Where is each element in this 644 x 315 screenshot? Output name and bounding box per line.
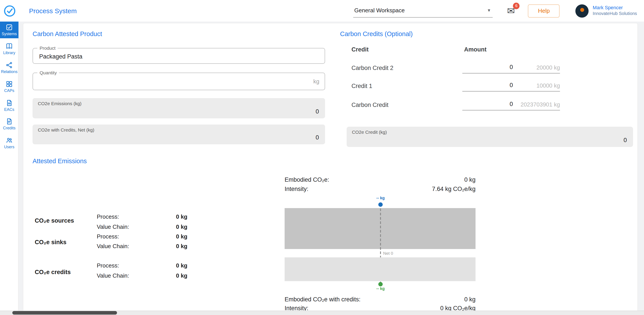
embodied-stat-row: Embodied CO₂e: 0 kg <box>284 176 476 184</box>
co2e-credit-total-value: 0 <box>624 137 627 144</box>
sidebar-item-relations[interactable]: Relations <box>0 60 18 76</box>
embodied-label: Embodied CO₂e: <box>284 176 329 184</box>
credits-col-amount: Amount <box>464 46 486 53</box>
group-row-label: Value Chain: <box>97 223 129 231</box>
co2e-emissions-field: CO2e Emissions (kg) 0 <box>32 98 325 118</box>
caps-icon <box>6 80 13 87</box>
chart-bottom-marker-label: -- kg <box>358 286 402 291</box>
quantity-field-label: Quantity <box>38 70 59 75</box>
help-button[interactable]: Help <box>528 4 560 18</box>
co2e-emissions-value: 0 <box>316 108 319 115</box>
sidebar-item-credits[interactable]: Credits <box>0 116 18 133</box>
relations-icon <box>6 62 13 69</box>
group-row-label: Process: <box>97 213 119 221</box>
credit-max-hint: 20000 kg <box>518 64 560 71</box>
chevron-down-icon: ▾ <box>488 7 490 13</box>
credit-max-hint: 2023703901 kg <box>518 101 560 108</box>
group-name-sinks: CO₂e sinks <box>35 238 66 246</box>
main-area: Carbon Attested Product Product Quantity… <box>18 22 644 315</box>
group-row-value: 0 kg <box>176 262 188 270</box>
co2e-net-value: 0 <box>316 134 319 141</box>
co2e-credit-total-label: CO2e Credit (kg) <box>352 129 387 134</box>
group-row-label: Value Chain: <box>97 272 129 280</box>
mail-badge: 6 <box>513 2 520 9</box>
group-row-label: Process: <box>97 233 119 241</box>
section-title-product: Carbon Attested Product <box>32 30 102 38</box>
group-row: Value Chain: 0 kg <box>97 242 188 250</box>
group-row: Value Chain: 0 kg <box>97 223 188 231</box>
avatar-logo-icon <box>580 8 584 12</box>
users-icon <box>6 137 13 144</box>
chart-top-marker-label: -- kg <box>358 196 402 200</box>
co2e-emissions-label: CO2e Emissions (kg) <box>38 101 82 106</box>
section-title-attested: Attested Emissions <box>32 158 87 164</box>
group-row-label: Process: <box>97 262 119 270</box>
sidebar-item-library[interactable]: Library <box>0 40 18 57</box>
credit-amount-input[interactable] <box>462 100 514 108</box>
systems-icon <box>6 24 13 31</box>
workspace-select-value: General Workspace <box>354 7 405 14</box>
group-row: Process: 0 kg <box>97 213 188 221</box>
section-title-credits: Carbon Credits (Optional) <box>340 30 412 38</box>
quantity-field: Quantity kg <box>32 72 325 90</box>
quantity-input[interactable] <box>33 73 325 90</box>
header: Process System General Workspace ▾ ✉ 6 H… <box>0 0 644 22</box>
group-row-label: Value Chain: <box>97 242 129 250</box>
group-row: Value Chain: 0 kg <box>97 272 188 280</box>
embodied-credits-label: Embodied CO₂e with credits: <box>284 296 360 304</box>
sidebar-item-label: Users <box>4 146 14 150</box>
user-org: InnovateHub Solutions <box>593 11 637 16</box>
sidebar-item-label: Library <box>3 51 15 56</box>
net-zero-label: Net 0 <box>383 251 393 256</box>
user-name[interactable]: Mark Spencer <box>593 5 637 11</box>
co2e-net-label: CO2e with Credits, Net (kg) <box>38 127 94 132</box>
app-root: Process System General Workspace ▾ ✉ 6 H… <box>0 0 644 315</box>
sidebar-item-systems[interactable]: Systems <box>0 22 18 38</box>
group-name-credits: CO₂e credits <box>35 268 71 276</box>
group-row: Process: 0 kg <box>97 262 188 270</box>
sidebar-item-label: CAPs <box>4 89 14 93</box>
group-name-sources: CO₂e sources <box>35 217 74 225</box>
credit-amount-field: 2023703901 kg <box>462 97 560 110</box>
credit-amount-field: 10000 kg <box>462 78 560 92</box>
co2e-credit-total-field: CO2e Credit (kg) 0 <box>347 127 633 147</box>
product-input[interactable] <box>33 48 325 63</box>
workspace-select[interactable]: General Workspace ▾ <box>354 4 493 18</box>
embodied-credits-stat-row: Embodied CO₂e with credits: 0 kg <box>284 296 476 304</box>
library-icon <box>6 43 13 50</box>
intensity-value: 7.64 kg CO₂e/kg <box>432 185 476 193</box>
group-row-value: 0 kg <box>176 223 188 231</box>
group-row-value: 0 kg <box>176 242 188 250</box>
group-row-value: 0 kg <box>176 272 188 280</box>
embodied-credits-value: 0 kg <box>464 296 476 304</box>
credit-max-hint: 10000 kg <box>518 82 560 89</box>
product-field: Product <box>32 48 325 64</box>
credit-row-name: Carbon Credit <box>352 101 388 109</box>
credit-row-name: Credit 1 <box>352 82 372 90</box>
sidebar-item-users[interactable]: Users <box>0 135 18 152</box>
app-logo-icon <box>4 4 16 17</box>
credit-row-name: Carbon Credit 2 <box>352 64 394 72</box>
embodied-value: 0 kg <box>464 176 476 184</box>
horizontal-scrollbar[interactable] <box>12 311 117 314</box>
page-title: Process System <box>29 7 77 14</box>
sidebar-item-label: Credits <box>3 126 16 131</box>
sidebar-item-eacs[interactable]: EACs <box>0 97 18 114</box>
user-info: Mark Spencer InnovateHub Solutions <box>593 5 637 17</box>
credits-icon <box>6 118 13 125</box>
mail-button[interactable]: ✉ 6 <box>505 5 517 16</box>
eacs-icon <box>6 99 13 106</box>
credit-amount-input[interactable] <box>462 82 514 89</box>
co2e-net-field: CO2e with Credits, Net (kg) 0 <box>32 124 325 144</box>
sidebar-item-caps[interactable]: CAPs <box>0 78 18 95</box>
credits-col-credit: Credit <box>352 46 369 53</box>
intensity-label: Intensity: <box>284 185 308 193</box>
bottom-marker-dot <box>378 282 383 286</box>
credit-amount-field: 20000 kg <box>462 60 560 74</box>
quantity-unit-suffix: kg <box>314 78 319 85</box>
credit-amount-input[interactable] <box>462 63 514 71</box>
group-row-value: 0 kg <box>176 233 188 241</box>
sidebar-item-label: Systems <box>2 32 17 36</box>
avatar[interactable] <box>576 4 589 18</box>
sidebar-item-label: EACs <box>4 108 14 112</box>
